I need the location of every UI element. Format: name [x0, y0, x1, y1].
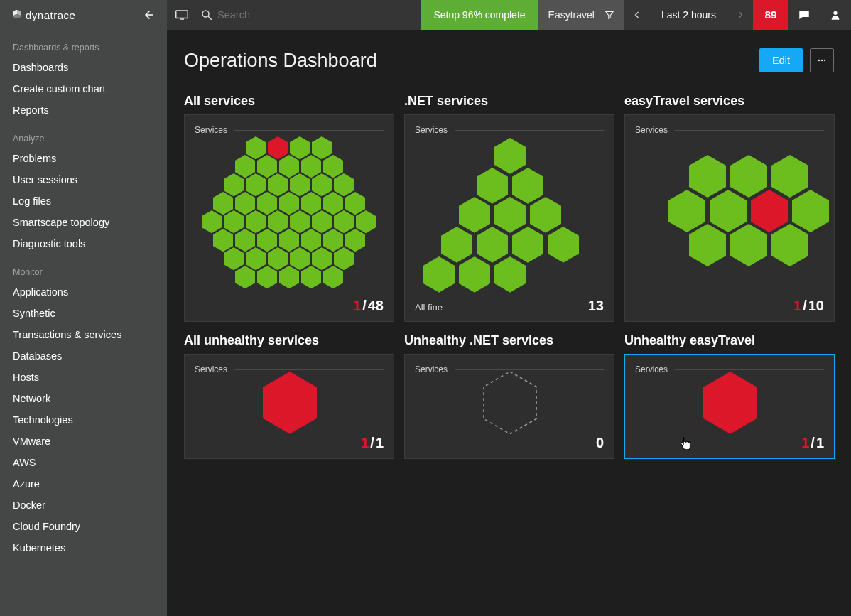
- timeframe-next-button[interactable]: [727, 0, 753, 30]
- hex-ok-icon: [257, 266, 277, 288]
- topbar: Setup 96% complete Easytravel Last 2 hou…: [167, 0, 851, 30]
- brand-logo[interactable]: dynatrace: [11, 9, 75, 21]
- arrow-left-icon: [143, 9, 156, 21]
- nav-item[interactable]: VMware: [0, 431, 167, 452]
- sidebar-collapse-button[interactable]: [143, 9, 156, 21]
- hex-problem-icon: [263, 372, 317, 434]
- svg-marker-76: [689, 224, 726, 266]
- nav-item[interactable]: Hosts: [0, 367, 167, 388]
- tile-title: All unhealthy services: [184, 333, 394, 348]
- more-button[interactable]: [810, 48, 834, 72]
- problems-indicator[interactable]: 89: [753, 0, 788, 30]
- svg-marker-80: [483, 372, 537, 434]
- nav-item[interactable]: Synthetic: [0, 303, 167, 324]
- tile-unhealthy-easytravel[interactable]: Services 1 / 1: [624, 354, 835, 459]
- nav-item[interactable]: Reports: [0, 99, 167, 121]
- setup-label: Setup 96% complete: [433, 9, 525, 21]
- nav-item[interactable]: Technologies: [0, 409, 167, 431]
- chat-icon: [798, 9, 811, 21]
- hex-ok-icon: [235, 266, 255, 288]
- management-zone-selector[interactable]: Easytravel: [538, 0, 624, 30]
- svg-point-6: [821, 60, 823, 61]
- svg-marker-65: [548, 227, 579, 263]
- hex-ok-icon: [494, 256, 526, 293]
- nav-section-label: Analyze: [0, 131, 167, 148]
- timeframe-button[interactable]: Last 2 hours: [650, 0, 727, 30]
- edit-button[interactable]: Edit: [759, 48, 803, 72]
- tile-easytravel-services[interactable]: Services 1 / 10: [624, 114, 835, 322]
- hex-empty-icon: [483, 372, 537, 437]
- main-content: Operations Dashboard Edit All services S…: [167, 30, 851, 616]
- user-icon: [830, 9, 841, 21]
- nav-item[interactable]: Kubernetes: [0, 537, 167, 558]
- slash: /: [362, 298, 367, 314]
- tile-all-services-wrap: All services Services: [184, 94, 394, 322]
- user-menu-button[interactable]: [820, 0, 851, 30]
- nav-item[interactable]: User sessions: [0, 169, 167, 190]
- nav-item[interactable]: Network: [0, 388, 167, 409]
- slash: /: [811, 435, 815, 451]
- tile-dotnet-services[interactable]: Services All fine 13: [404, 114, 614, 322]
- svg-line-3: [208, 16, 212, 20]
- svg-marker-55: [323, 266, 343, 288]
- tile-all-unhealthy[interactable]: Services 1 / 1: [184, 354, 394, 459]
- slash: /: [370, 435, 374, 451]
- filter-icon: [605, 10, 614, 20]
- problem-count: 1: [801, 435, 809, 451]
- nav-item[interactable]: Transactions & services: [0, 324, 167, 345]
- search-input[interactable]: [217, 9, 359, 21]
- chat-button[interactable]: [788, 0, 820, 30]
- dynatrace-icon: [11, 9, 23, 21]
- global-search[interactable]: [197, 0, 421, 30]
- page-header: Operations Dashboard Edit: [184, 48, 834, 72]
- nav-item[interactable]: Applications: [0, 281, 167, 303]
- hex-ok-icon: [323, 266, 343, 288]
- slash: /: [803, 298, 807, 314]
- search-icon: [200, 9, 213, 21]
- all-fine-label: All fine: [415, 302, 443, 313]
- nav-item[interactable]: Smartscape topology: [0, 212, 167, 233]
- svg-marker-68: [494, 256, 526, 293]
- hex-ok-icon: [689, 224, 726, 266]
- svg-marker-53: [279, 266, 299, 288]
- nav-item[interactable]: Dashboards: [0, 57, 167, 78]
- setup-progress-button[interactable]: Setup 96% complete: [421, 0, 538, 30]
- svg-marker-51: [235, 266, 255, 288]
- page-actions: Edit: [759, 48, 834, 72]
- nav-item[interactable]: Log files: [0, 190, 167, 212]
- hex-ok-icon: [301, 266, 321, 288]
- nav-item[interactable]: Diagnostic tools: [0, 233, 167, 254]
- nav-item[interactable]: Cloud Foundry: [0, 516, 167, 537]
- total-count: 13: [588, 298, 604, 314]
- nav-item[interactable]: Azure: [0, 473, 167, 495]
- hex-ok-icon: [730, 224, 767, 266]
- tile-subtitle: Services: [195, 125, 384, 135]
- tile-unhealthy-dotnet[interactable]: Services 0: [404, 354, 614, 459]
- hex-ok-icon: [548, 227, 579, 263]
- tile-all-services[interactable]: Services: [184, 114, 394, 322]
- tile-title: .NET services: [404, 94, 614, 109]
- tile-title: Unhealthy .NET services: [404, 333, 614, 348]
- problem-count: 1: [793, 298, 801, 314]
- sidebar: dynatrace Dashboards & reportsDashboards…: [0, 0, 167, 616]
- nav-item[interactable]: Docker: [0, 495, 167, 516]
- hex-ok-icon: [279, 266, 299, 288]
- tile-unhealthy-easytravel-wrap: Unhealthy easyTravel Services 1 / 1: [624, 333, 835, 459]
- dashboard-grid: All services Services: [184, 94, 834, 459]
- dashboard-home-button[interactable]: [167, 0, 197, 30]
- svg-marker-66: [423, 256, 455, 293]
- timeframe-label: Last 2 hours: [661, 9, 716, 21]
- svg-marker-77: [730, 224, 767, 266]
- nav-item[interactable]: Create custom chart: [0, 78, 167, 99]
- svg-marker-78: [771, 224, 808, 266]
- nav-section-label: Monitor: [0, 264, 167, 281]
- tile-title: Unhealthy easyTravel: [624, 333, 835, 348]
- problem-count: 1: [361, 435, 369, 451]
- svg-point-5: [818, 60, 820, 61]
- nav-item[interactable]: Databases: [0, 345, 167, 367]
- tile-title: easyTravel services: [624, 94, 835, 109]
- nav-item[interactable]: AWS: [0, 452, 167, 473]
- nav-item[interactable]: Problems: [0, 148, 167, 169]
- more-icon: [817, 55, 827, 65]
- timeframe-prev-button[interactable]: [624, 0, 650, 30]
